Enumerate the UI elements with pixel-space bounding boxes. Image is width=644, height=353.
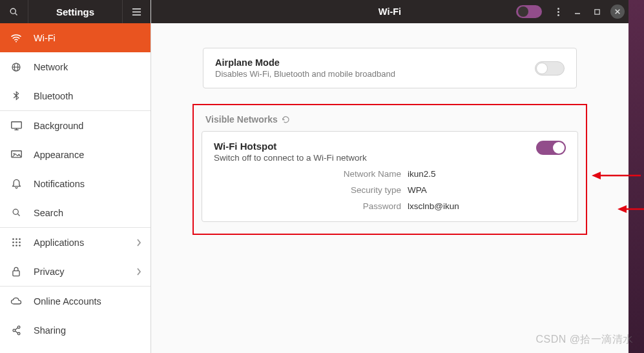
svg-point-17 (16, 238, 17, 240)
sidebar-item-label: Network (34, 62, 68, 72)
sidebar-item-appearance[interactable]: Appearance (0, 140, 151, 169)
svg-point-18 (19, 238, 21, 240)
hotspot-network-name-row: Network Name ikun2.5 (214, 169, 566, 179)
sidebar-item-label: Privacy (34, 267, 65, 277)
svg-rect-25 (13, 270, 19, 276)
sidebar-item-search[interactable]: Search (0, 198, 151, 227)
sidebar-list: Wi-Fi Network Bluetooth Background Appea… (0, 23, 151, 353)
svg-point-0 (10, 8, 16, 14)
sidebar-item-label: Online Accounts (34, 296, 101, 307)
airplane-mode-card: Airplane Mode Disables Wi-Fi, Bluetooth … (203, 48, 577, 88)
lock-icon (9, 267, 23, 277)
sidebar-item-label: Appearance (34, 150, 84, 160)
share-icon (9, 325, 23, 336)
chevron-right-icon (136, 239, 141, 247)
sidebar-item-label: Notifications (34, 179, 85, 189)
svg-point-20 (16, 241, 17, 243)
sidebar-item-background[interactable]: Background (0, 111, 151, 140)
sidebar-item-label: Search (34, 208, 63, 218)
cloud-icon (9, 297, 23, 305)
hotspot-network-name-value: ikun2.5 (408, 169, 436, 179)
svg-point-21 (19, 241, 21, 243)
svg-line-1 (15, 13, 17, 15)
maximize-button[interactable] (588, 4, 605, 19)
sidebar-item-applications[interactable]: Applications (0, 228, 151, 257)
globe-icon (9, 62, 23, 72)
svg-point-22 (12, 245, 14, 247)
sidebar-item-bluetooth[interactable]: Bluetooth (0, 81, 151, 110)
sidebar-item-network[interactable]: Network (0, 52, 151, 81)
airplane-mode-title: Airplane Mode (215, 57, 535, 68)
settings-sidebar: Settings Wi-Fi Network Bluetooth Backgro… (0, 0, 151, 353)
grid-icon (9, 237, 23, 247)
sidebar-item-label: Bluetooth (34, 91, 73, 101)
annotation-highlight-box: Visible Networks Wi-Fi Hotspot Switch of… (192, 104, 587, 235)
hotspot-security-row: Security type WPA (214, 185, 566, 195)
svg-line-29 (15, 327, 17, 330)
search-icon (9, 208, 23, 217)
sidebar-title: Settings (28, 6, 122, 17)
bell-icon (9, 179, 23, 189)
kebab-icon (557, 8, 559, 16)
kebab-menu-button[interactable] (550, 4, 566, 19)
content-area: Airplane Mode Disables Wi-Fi, Bluetooth … (151, 23, 628, 259)
wifi-master-toggle[interactable] (516, 5, 542, 18)
svg-point-16 (12, 238, 14, 240)
sidebar-header: Settings (0, 0, 151, 23)
hotspot-subtitle: Switch off to connect to a Wi-Fi network (214, 153, 536, 163)
svg-point-5 (16, 41, 17, 42)
bluetooth-icon (9, 91, 23, 101)
desktop-icon (9, 121, 23, 130)
hotspot-security-value: WPA (408, 185, 427, 195)
titlebar: Wi-Fi (151, 0, 628, 23)
close-button[interactable] (610, 5, 625, 19)
wifi-icon (9, 34, 23, 43)
appearance-icon (9, 150, 23, 159)
airplane-mode-toggle[interactable] (535, 61, 565, 76)
chevron-right-icon (136, 268, 141, 276)
svg-line-30 (15, 330, 17, 333)
sidebar-item-label: Background (34, 121, 83, 131)
svg-rect-32 (594, 9, 599, 14)
page-title: Wi-Fi (379, 6, 401, 17)
airplane-mode-subtitle: Disables Wi-Fi, Bluetooth and mobile bro… (215, 69, 535, 79)
svg-point-24 (19, 245, 21, 247)
minimize-button[interactable] (569, 4, 586, 19)
hotspot-title: Wi-Fi Hotspot (214, 141, 536, 152)
hotspot-password-row: Password lxsclnb@ikun (214, 201, 566, 211)
sidebar-item-label: Wi-Fi (34, 33, 56, 43)
visible-networks-label: Visible Networks (205, 114, 576, 125)
sidebar-item-label: Applications (34, 237, 84, 248)
sidebar-item-notifications[interactable]: Notifications (0, 169, 151, 198)
svg-rect-9 (11, 121, 21, 128)
hamburger-button[interactable] (122, 0, 151, 23)
sidebar-item-online-accounts[interactable]: Online Accounts (0, 287, 151, 316)
svg-point-14 (13, 209, 18, 214)
sidebar-item-privacy[interactable]: Privacy (0, 257, 151, 286)
search-button[interactable] (0, 0, 28, 23)
sidebar-item-sharing[interactable]: Sharing (0, 316, 151, 345)
wifi-hotspot-card: Wi-Fi Hotspot Switch off to connect to a… (202, 131, 578, 222)
sidebar-item-label: Sharing (34, 325, 66, 336)
main-panel: Wi-Fi Airplane Mode Disables Wi-Fi, Blue… (151, 0, 628, 353)
hotspot-password-value: lxsclnb@ikun (408, 201, 459, 211)
desktop-background-sliver (628, 0, 644, 353)
svg-point-19 (12, 241, 14, 243)
svg-point-23 (16, 245, 17, 247)
sidebar-item-wifi[interactable]: Wi-Fi (0, 23, 151, 52)
hotspot-toggle[interactable] (536, 141, 566, 155)
refresh-icon[interactable] (282, 116, 290, 124)
svg-line-15 (17, 214, 19, 216)
